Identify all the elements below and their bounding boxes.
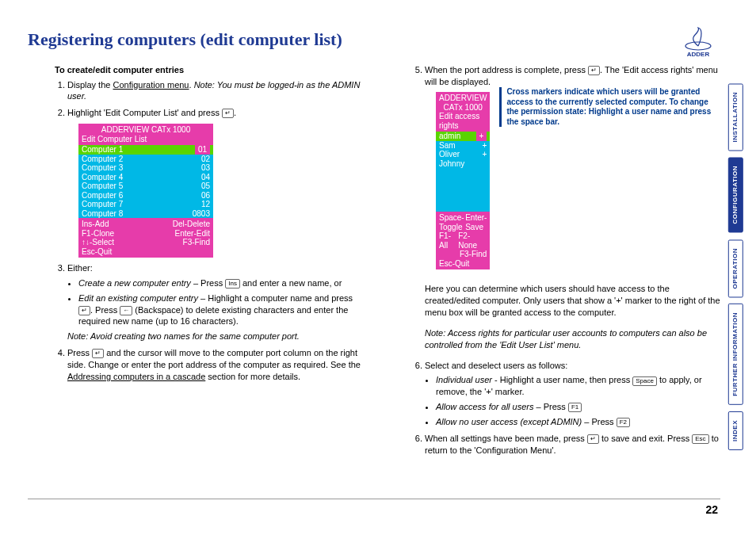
sidebar-nav: INSTALLATION CONFIGURATION OPERATION FUR… xyxy=(728,83,743,450)
step-5-note: Note: Access rights for particular user … xyxy=(425,327,720,351)
tab-index[interactable]: INDEX xyxy=(728,411,743,450)
f2-key-icon: F2 xyxy=(617,418,630,427)
enter-key-icon: ↵ xyxy=(78,306,90,315)
step-3: Either: Create a new computer entry – Pr… xyxy=(67,262,363,342)
config-menu-link[interactable]: Configuration menu xyxy=(113,80,189,90)
osd-edit-access-rights: ADDERVIEW CATx 1000Edit access rights ad… xyxy=(436,92,490,269)
enter-key-icon: ↵ xyxy=(222,109,234,118)
enter-key-icon: ↵ xyxy=(92,349,104,358)
step-6b: When all settings have been made, press … xyxy=(425,433,720,457)
tab-installation[interactable]: INSTALLATION xyxy=(728,83,743,151)
step-1: Display the Configuration menu. Note: Yo… xyxy=(67,79,363,103)
page-number: 22 xyxy=(705,503,718,518)
step-5: When the port address is complete, press… xyxy=(425,64,720,351)
subheading: To create/edit computer entries xyxy=(55,64,363,76)
step-6: Select and deselect users as follows: In… xyxy=(425,360,720,428)
step-2: Highlight 'Edit Computer List' and press… xyxy=(67,107,363,258)
osd-edit-computer-list: ADDERVIEW CATx 1000Edit Computer List Co… xyxy=(78,124,213,258)
f1-key-icon: F1 xyxy=(568,403,582,412)
step-4: Press ↵ and the cursor will move to the … xyxy=(67,347,363,383)
tab-further-info[interactable]: FURTHER INFORMATION xyxy=(728,304,743,405)
space-key-icon: Space xyxy=(632,376,657,386)
brand-logo: ADDER xyxy=(678,25,718,59)
esc-key-icon: Esc xyxy=(692,434,708,444)
page-title: Registering computers (edit computer lis… xyxy=(28,28,720,52)
footer-rule xyxy=(28,499,720,499)
callout-note: Cross markers indicate which users will … xyxy=(499,87,720,127)
enter-key-icon: ↵ xyxy=(588,66,600,75)
enter-key-icon: ↵ xyxy=(587,434,599,444)
step-5-para: Here you can determine which users shoul… xyxy=(425,283,720,319)
tab-configuration[interactable]: CONFIGURATION xyxy=(728,157,743,232)
cascade-link[interactable]: Addressing computers in a cascade xyxy=(67,372,205,381)
backspace-key-icon: ← xyxy=(120,306,132,315)
ins-key-icon: Ins xyxy=(225,279,240,289)
tab-operation[interactable]: OPERATION xyxy=(728,239,743,297)
